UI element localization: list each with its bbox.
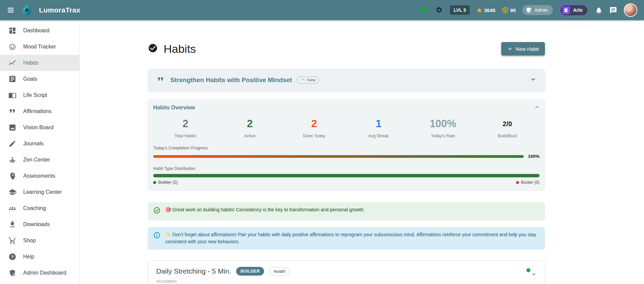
sidebar-item-downloads[interactable]: Downloads — [0, 216, 79, 233]
sidebar-item-label: Dashboard — [23, 28, 49, 34]
habit-type-badge: BUILDER — [236, 267, 264, 276]
sidebar-item-label: Affirmations — [23, 108, 51, 114]
stat-avg-streak: 1 Avg Streak — [346, 116, 411, 138]
new-habit-button[interactable]: New Habit — [501, 42, 545, 56]
admin-shield-icon — [8, 269, 16, 277]
cart-icon — [8, 237, 16, 245]
quote-banner-title: Strengthen Habits with Positive Mindset — [170, 76, 292, 84]
check-circle-outline-icon — [153, 207, 161, 216]
sparkle-icon — [301, 78, 305, 82]
progress-value: 100% — [528, 154, 540, 159]
chat-button[interactable] — [609, 6, 617, 14]
main-content: Habits New Habit Strengthen Habits with … — [80, 20, 644, 284]
sidebar-item-label: Coaching — [23, 205, 46, 211]
dashboard-icon — [8, 27, 16, 35]
memo-icon — [562, 6, 570, 14]
sidebar-item-label: Zen Center — [23, 157, 50, 163]
sidebar-item-help[interactable]: ? Help — [0, 249, 79, 265]
success-alert-text: 🎯 Great work on building habits! Consist… — [165, 206, 364, 214]
sidebar: Dashboard Mood Tracker Habits Goals Life… — [0, 20, 80, 284]
hamburger-menu-button[interactable] — [7, 6, 15, 14]
habit-card[interactable]: Daily Stretching - 5 Min. BUILDER health… — [148, 260, 545, 284]
admin-shield-icon — [525, 7, 532, 13]
chevron-down-icon[interactable] — [531, 272, 536, 278]
habit-title: Daily Stretching - 5 Min. — [156, 267, 231, 275]
stat-todays-rate: 100% Today's Rate — [411, 116, 475, 138]
sidebar-item-habits[interactable]: Habits — [0, 55, 79, 71]
admin-role-chip[interactable]: Admin — [522, 5, 553, 15]
profile-selector-chip[interactable]: Arlo — [560, 4, 588, 16]
app-title: LumoraTrax — [39, 6, 80, 14]
chevron-up-icon[interactable] — [534, 104, 540, 111]
level-badge: LVL 5 — [450, 5, 470, 15]
plus-icon — [507, 46, 513, 51]
sidebar-item-label: Journals — [23, 141, 43, 147]
sidebar-item-label: Habits — [23, 60, 38, 66]
sidebar-item-shop[interactable]: Shop — [0, 233, 79, 249]
new-feature-badge: New — [297, 76, 319, 84]
legend-buster: Buster (0) — [516, 180, 540, 185]
sidebar-item-vision-board[interactable]: Vision Board — [0, 119, 79, 136]
info-alert-text: ✨ Don't forget about affirmations! Pair … — [165, 231, 540, 246]
builder-dot-icon — [153, 181, 156, 184]
sidebar-item-label: Help — [23, 254, 34, 260]
sidebar-item-label: Life Script — [23, 92, 47, 98]
chevron-down-icon[interactable] — [530, 76, 536, 84]
sidebar-item-affirmations[interactable]: Affirmations — [0, 103, 79, 119]
people-icon — [8, 204, 16, 212]
quote-banner[interactable]: Strengthen Habits with Positive Mindset … — [148, 69, 545, 91]
legend-builder: Builder (2) — [153, 180, 178, 185]
bell-icon — [595, 6, 603, 14]
sidebar-item-life-script[interactable]: Life Script — [0, 87, 79, 103]
stars-counter: ★ 3045 — [476, 7, 495, 13]
sidebar-item-assessments[interactable]: Assessments — [0, 168, 79, 184]
habits-icon — [8, 59, 16, 67]
sidebar-item-mood-tracker[interactable]: Mood Tracker — [0, 39, 79, 55]
completion-progress-bar — [153, 155, 524, 158]
quote-icon — [157, 75, 165, 85]
gear-icon — [435, 6, 443, 14]
star-icon: ★ — [476, 7, 482, 13]
progress-label: Today's Completion Progress — [153, 146, 540, 150]
sidebar-item-goals[interactable]: Goals — [0, 71, 79, 87]
info-alert: ✨ Don't forget about affirmations! Pair … — [148, 227, 545, 250]
image-icon — [8, 123, 16, 132]
distribution-legend: Builder (2) Buster (0) — [153, 180, 540, 185]
graduation-icon — [8, 188, 16, 196]
info-outline-icon — [153, 232, 161, 241]
sidebar-item-coaching[interactable]: Coaching — [0, 200, 79, 216]
sidebar-item-label: Shop — [23, 238, 36, 244]
stat-build-bust: 2/0 Build/Bust — [475, 116, 540, 138]
clipboard-icon — [8, 75, 16, 83]
sidebar-item-dashboard[interactable]: Dashboard — [0, 23, 79, 39]
sidebar-item-journals[interactable]: Journals — [0, 136, 79, 152]
hamburger-icon — [7, 6, 15, 14]
sidebar-item-zen-center[interactable]: Zen Center — [0, 152, 79, 168]
habits-overview-card: Habits Overview 2 Total Habits 2 Active … — [148, 99, 545, 190]
sync-cloud-icon — [420, 5, 428, 15]
success-alert: 🎯 Great work on building habits! Consist… — [148, 202, 545, 220]
sidebar-item-label: Downloads — [23, 221, 50, 227]
sidebar-item-label: Admin Dashboard — [23, 270, 66, 276]
topbar: LumoraTrax LVL 5 ★ 3045 $ 90 Admin — [0, 0, 644, 20]
distribution-label: Habit Type Distribution — [153, 166, 540, 171]
sidebar-item-label: Vision Board — [23, 125, 53, 131]
user-avatar[interactable] — [624, 3, 637, 17]
app-logo-icon — [21, 3, 33, 17]
book-icon — [8, 91, 16, 99]
download-icon — [8, 220, 16, 228]
settings-gear-button[interactable] — [435, 6, 443, 14]
sidebar-item-learning-center[interactable]: Learning Center — [0, 184, 79, 200]
sidebar-item-admin-dashboard[interactable]: Admin Dashboard — [0, 265, 79, 281]
chat-icon — [609, 6, 617, 14]
active-status-dot-icon — [526, 268, 530, 272]
sidebar-item-label: Mood Tracker — [23, 44, 56, 50]
notifications-button[interactable] — [595, 6, 603, 14]
mood-icon — [8, 43, 16, 51]
sidebar-item-label: Goals — [23, 76, 37, 82]
stat-done-today: 2 Done Today — [282, 116, 346, 138]
habit-type-distribution-bar — [153, 174, 540, 177]
help-icon: ? — [8, 253, 16, 261]
habit-subtitle: circulation — [156, 279, 290, 284]
svg-text:?: ? — [11, 254, 14, 259]
